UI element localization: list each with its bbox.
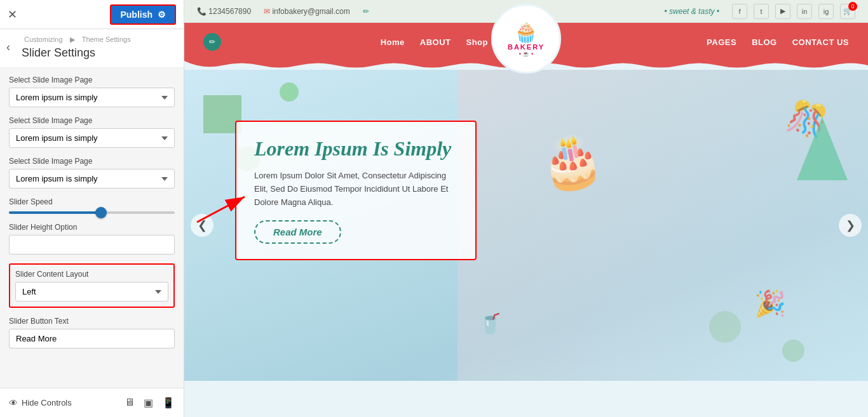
linkedin-icon[interactable]: in (797, 4, 812, 19)
field-label-slide2: Select Slide Image Page (9, 116, 175, 125)
slider-track (9, 211, 175, 214)
top-bar: ✕ Publish ⚙ (0, 0, 184, 29)
read-more-button[interactable]: Read More (254, 220, 341, 244)
back-button[interactable]: ‹ (0, 34, 17, 60)
site-top-right: • sweet & tasty • f t ▶ in ig 🛒 0 (665, 4, 855, 19)
slider-height-input[interactable] (9, 235, 175, 255)
slide-image-page-select-3[interactable]: Lorem ipsum is simply (9, 169, 175, 189)
phone-number: 1234567890 (208, 7, 251, 16)
slider-fill (9, 211, 100, 214)
cart-badge: 0 (848, 2, 857, 11)
site-preview: 📞 1234567890 ✉ infobakery@gmail.com ✏ • … (184, 0, 868, 417)
tablet-icon[interactable]: ▣ (144, 397, 153, 409)
site-top-left: 📞 1234567890 ✉ infobakery@gmail.com ✏ (197, 7, 369, 16)
hide-controls-label: Hide Controls (22, 398, 72, 407)
site-logo: 🧁 BAKERY • ☕ • (491, 4, 561, 74)
slider-button-text-input[interactable] (9, 329, 175, 348)
panel-bottom-bar: 👁 Hide Controls 🖥 ▣ 📱 (0, 388, 184, 417)
email-info: ✉ infobakery@gmail.com (264, 7, 350, 16)
panel-scroll-area: Select Slide Image Page Lorem ipsum is s… (0, 68, 184, 388)
nav-contact[interactable]: CONTACT US (792, 37, 849, 47)
hide-controls-button[interactable]: 👁 Hide Controls (9, 398, 72, 408)
straw-decoration: 🥤 (478, 312, 502, 334)
logo-text: BAKERY (508, 43, 545, 51)
cake-decoration: 🎂 (535, 127, 608, 197)
slider-content-layout-select[interactable]: Left Center Right (15, 282, 168, 301)
eye-icon: 👁 (9, 398, 18, 408)
slide-image-page-select-2[interactable]: Lorem ipsum is simply (9, 128, 175, 148)
nav-shop[interactable]: Shop (466, 37, 488, 47)
sweet-tasty-text: • sweet & tasty • (665, 7, 719, 16)
slide-image-page-field-1: Select Slide Image Page Lorem ipsum is s… (9, 76, 175, 107)
slider-button-text-field: Slider Button Text (9, 317, 175, 348)
slide-image-page-select-1[interactable]: Lorem ipsum is simply (9, 88, 175, 107)
nav-about[interactable]: ABOUT (420, 37, 451, 47)
logo-inner: 🧁 BAKERY • ☕ • (508, 21, 545, 57)
close-button[interactable]: ✕ (8, 8, 17, 22)
deco-circle-3 (280, 83, 299, 102)
phone-info: 📞 1234567890 (197, 7, 251, 16)
slider-content-layout-group: Slider Content Layout Left Center Right (9, 263, 175, 308)
nav-home[interactable]: Home (381, 37, 405, 47)
breadcrumb: Customizing ▶ Theme Settings (22, 36, 175, 44)
customizer-panel: ✕ Publish ⚙ ‹ Customizing ▶ Theme Settin… (0, 0, 184, 417)
field-label-slider-speed: Slider Speed (9, 197, 175, 206)
slide-image-page-field-2: Select Slide Image Page Lorem ipsum is s… (9, 116, 175, 148)
confetti-decoration: 🎉 (754, 289, 786, 319)
slider-speed-track (9, 211, 175, 214)
cone-decoration (797, 117, 848, 180)
logo-cupcake-icon: 🧁 (508, 21, 545, 43)
field-label-slide3: Select Slide Image Page (9, 157, 175, 166)
publish-label: Publish (120, 10, 153, 20)
logo-subtitle: • ☕ • (508, 51, 545, 57)
slider-next-button[interactable]: ❯ (839, 214, 862, 237)
hero-title: Lorem Ipsum Is Simply (254, 137, 458, 161)
field-label-content-layout: Slider Content Layout (15, 270, 168, 279)
publish-button[interactable]: Publish ⚙ (110, 4, 176, 25)
nav-right-links: PAGES BLOG CONTACT US (707, 37, 849, 47)
hero-slider: 🎂 🎊 🎉 🥤 Lorem Ipsum Is Simply Lorem Ipsu… (184, 70, 868, 381)
youtube-icon[interactable]: ▶ (775, 4, 790, 19)
slider-speed-field: Slider Speed (9, 197, 175, 214)
social-icons-group: f t ▶ in ig 🛒 0 (732, 4, 855, 19)
slider-thumb[interactable] (95, 207, 107, 218)
instagram-icon[interactable]: ig (818, 4, 834, 19)
slider-height-field: Slider Height Option (9, 223, 175, 255)
nav-blog[interactable]: BLOG (752, 37, 777, 47)
food-area: 🎂 🎊 🎉 🥤 (458, 70, 868, 381)
gear-icon: ⚙ (158, 10, 166, 20)
slider-prev-button[interactable]: ❮ (191, 214, 214, 237)
phone-icon: 📞 (197, 7, 207, 16)
mobile-icon[interactable]: 📱 (162, 397, 175, 409)
hero-content-box: Lorem Ipsum Is Simply Lorem Ipsum Dolor … (235, 121, 477, 260)
pencil-icon[interactable]: ✏ (363, 7, 369, 16)
panel-title: Slider Settings (22, 44, 175, 65)
breadcrumb-area: ‹ Customizing ▶ Theme Settings Slider Se… (0, 29, 184, 68)
site-nav: ✏ Home ABOUT Shop SERVICES 🧁 BAKERY • ☕ … (184, 23, 868, 61)
email-icon: ✉ (264, 7, 270, 16)
facebook-icon[interactable]: f (732, 4, 747, 19)
field-label-button-text: Slider Button Text (9, 317, 175, 326)
nav-pages[interactable]: PAGES (707, 37, 736, 47)
cart-icon[interactable]: 🛒 0 (840, 4, 855, 19)
nav-edit-pencil[interactable]: ✏ (203, 33, 221, 51)
desktop-icon[interactable]: 🖥 (125, 397, 135, 409)
slide-image-page-field-3: Select Slide Image Page Lorem ipsum is s… (9, 157, 175, 189)
device-icons-group: 🖥 ▣ 📱 (125, 397, 175, 409)
hero-description: Lorem Ipsum Dolor Sit Amet, Consectetur … (254, 169, 458, 209)
field-label-slide1: Select Slide Image Page (9, 76, 175, 84)
field-label-slider-height: Slider Height Option (9, 223, 175, 232)
twitter-icon[interactable]: t (754, 4, 769, 19)
email-address: infobakery@gmail.com (272, 7, 349, 16)
